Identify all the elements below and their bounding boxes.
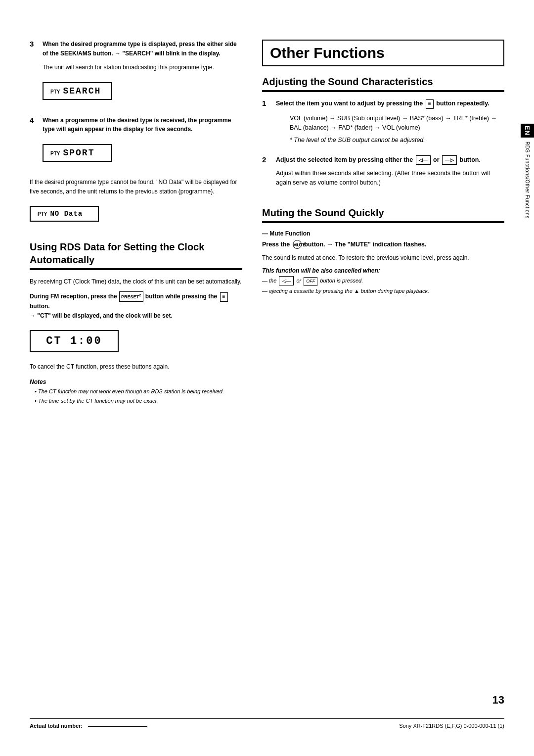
- rds-body: By receiving CT (Clock Time) data, the c…: [30, 277, 242, 286]
- nodata-display-box: PTYNO Data: [30, 206, 99, 222]
- muting-heading: Muting the Sound Quickly: [262, 206, 504, 223]
- right-column: Other Functions Adjusting the Sound Char…: [262, 40, 504, 406]
- search-display: PTYSEARCH: [43, 77, 242, 105]
- note-2: The time set by the CT function may not …: [35, 397, 242, 405]
- page: 3 When the desired programme type is dis…: [0, 0, 534, 756]
- adjusting-heading: Adjusting the Sound Characteristics: [262, 75, 504, 92]
- step-4: 4 When a programme of the desired type i…: [30, 116, 242, 172]
- pty-label-2: PTY: [50, 151, 60, 156]
- note-1: The CT function may not work even though…: [35, 387, 242, 396]
- right-step-2-number: 2: [262, 155, 271, 192]
- right-step-1: 1 Select the item you want to adjust by …: [262, 99, 504, 148]
- preset-button-icon: PRESET2: [119, 291, 143, 302]
- nodata-body: If the desired programme type cannot be …: [30, 178, 242, 196]
- footer-actual-total: Actual total number:: [30, 723, 83, 729]
- step-3-content: When the desired programme type is displ…: [43, 40, 242, 110]
- asterisk-note: * The level of the SUB output cannot be …: [290, 136, 504, 145]
- search-display-box: PTYSEARCH: [43, 82, 112, 100]
- nodata-display: PTYNO Data: [30, 201, 242, 227]
- search-text: SEARCH: [63, 86, 101, 96]
- en-label: EN: [521, 124, 534, 138]
- left-column: 3 When the desired programme type is dis…: [30, 40, 242, 406]
- step-4-instruction: When a programme of the desired type is …: [43, 116, 242, 134]
- notes-section: Notes The CT function may not work even …: [30, 378, 242, 405]
- main-content: 3 When the desired programme type is dis…: [30, 40, 504, 406]
- step-4-number: 4: [30, 116, 39, 172]
- vol-sequence: VOL (volume) → SUB (Sub output level) → …: [290, 114, 504, 133]
- pty-label-1: PTY: [50, 89, 60, 94]
- footer-right: Sony XR-F21RDS (E,F,G) 0-000-000-11 (1): [399, 723, 504, 729]
- right-step-1-instruction: Select the item you want to adjust by pr…: [276, 99, 504, 109]
- other-functions-title: Other Functions: [270, 45, 496, 61]
- menu-button-icon: ≡: [220, 292, 228, 302]
- notes-title: Notes: [30, 378, 242, 385]
- right-step-2-body: Adjust within three seconds after select…: [276, 169, 504, 188]
- right-step-1-content: Select the item you want to adjust by pr…: [276, 99, 504, 148]
- sport-display: PTYSPORT: [43, 139, 242, 167]
- ct-display: CT 1:00: [30, 330, 119, 352]
- during-fm-instruction: During FM reception, press the PRESET2 b…: [30, 291, 242, 321]
- rds-section: Using RDS Data for Setting the Clock Aut…: [30, 240, 242, 405]
- footer-left: Actual total number:: [30, 723, 147, 729]
- step-3: 3 When the desired programme type is dis…: [30, 40, 242, 110]
- footer-sony-text: Sony XR-F21RDS (E,F,G) 0-000-000-11 (1): [399, 723, 504, 729]
- off-btn-icon: OFF: [304, 277, 317, 286]
- step-3-instruction: When the desired programme type is displ…: [43, 40, 242, 58]
- cancel-arrow-btn: ◁—: [279, 276, 294, 285]
- sport-display-box: PTYSPORT: [43, 144, 112, 162]
- sport-text: SPORT: [63, 148, 94, 158]
- rds-heading: Using RDS Data for Setting the Clock Aut…: [30, 240, 242, 270]
- menu-btn-icon-step1: ≡: [426, 99, 434, 109]
- right-step-2: 2 Adjust the selected item by pressing e…: [262, 155, 504, 192]
- page-number: 13: [492, 694, 504, 707]
- right-step-2-content: Adjust the selected item by pressing eit…: [276, 155, 504, 192]
- right-step-1-number: 1: [262, 99, 271, 148]
- mute-function-label: — Mute Function: [262, 230, 504, 237]
- notes-list: The CT function may not work even though…: [30, 387, 242, 405]
- cancel-body: To cancel the CT function, press these b…: [30, 362, 242, 372]
- right-step-2-instruction: Adjust the selected item by pressing eit…: [276, 155, 504, 165]
- step-3-body: The unit will search for station broadca…: [43, 63, 242, 72]
- pty-label-3: PTY: [38, 211, 47, 217]
- other-functions-title-box: Other Functions: [262, 40, 504, 66]
- mute-btn-icon: MUTE: [293, 240, 302, 249]
- mute-body: The sound is muted at once. To restore t…: [262, 253, 504, 263]
- mute-instruction: Press the MUTE button. → The "MUTE" indi…: [262, 240, 504, 249]
- left-arrow-btn: ◁—: [416, 155, 431, 165]
- cancelled-item-2: — ejecting a cassette by pressing the ▲ …: [262, 287, 504, 295]
- cancelled-title: This function will be also cancelled whe…: [262, 267, 504, 274]
- step-4-content: When a programme of the desired type is …: [43, 116, 242, 172]
- sidebar-en: EN RDS Functions/Other Functions: [520, 124, 534, 219]
- nodata-text: NO Data: [50, 210, 83, 218]
- sidebar-text: RDS Functions/Other Functions: [525, 142, 530, 219]
- cancelled-item-1: — the ◁— or OFF button is pressed.: [262, 276, 504, 286]
- footer: Actual total number: Sony XR-F21RDS (E,F…: [30, 718, 504, 729]
- right-arrow-btn: —▷: [442, 155, 457, 165]
- step-3-number: 3: [30, 40, 39, 110]
